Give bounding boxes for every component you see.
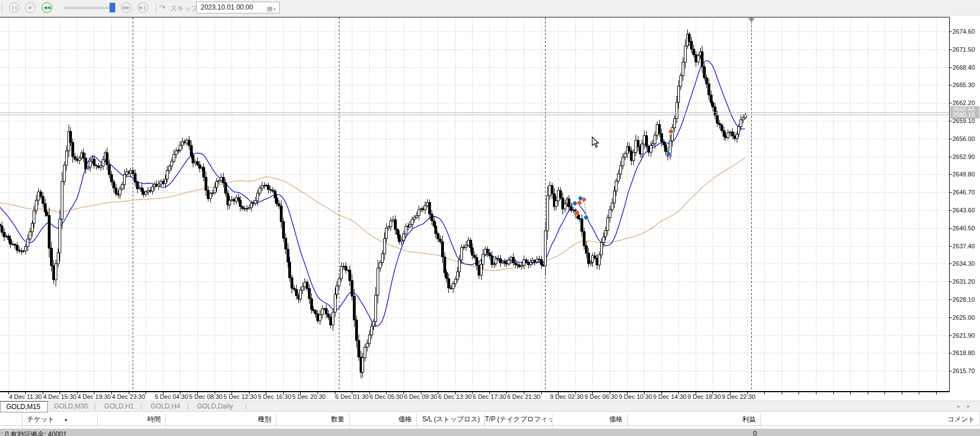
price-axis-label: 2665.30 [952, 81, 975, 88]
time-axis-label: 4 Dec 11:30 [9, 393, 42, 400]
header-cell-8[interactable]: 価格 [552, 413, 628, 426]
price-axis-tick [950, 85, 952, 85]
price-axis-tick [950, 264, 952, 264]
header-cell-7[interactable]: T/P (テイクプロフィット) [485, 413, 552, 426]
candlestick-chart-canvas[interactable] [0, 17, 950, 392]
time-axis-label: 6 Dec 05:30 [370, 393, 403, 400]
time-axis-label: 5 Dec 08:30 [189, 393, 223, 400]
time-axis-tick [833, 392, 834, 394]
start-date-input[interactable]: 2023.10.01 00:00 ▦▼ [196, 2, 280, 13]
price-axis-tick [950, 317, 952, 318]
header-cell-2[interactable]: 時間 [98, 413, 166, 426]
tab-separator: | [245, 403, 247, 410]
header-cell-10[interactable]: コメント [761, 413, 980, 426]
pause-icon[interactable]: ❙❙ [9, 2, 20, 13]
price-axis-label: 2671.50 [952, 46, 975, 53]
price-axis-label: 2662.20 [952, 99, 975, 106]
tab-gold-daily[interactable]: GOLD,Daily [197, 402, 233, 410]
header-cell-4[interactable]: 数量 [276, 413, 350, 426]
header-cell-6[interactable]: S/L (ストップロス) [417, 413, 485, 426]
time-axis-label: 4 Dec 15:30 [43, 393, 76, 400]
rewind-icon[interactable]: ◀◀ [42, 2, 52, 13]
speed-slider-handle[interactable] [110, 3, 115, 12]
tab-gold-m30[interactable]: GOLD,M30 [54, 402, 88, 410]
price-axis[interactable]: 2660.56 2660.16 2674.602671.502668.40266… [950, 17, 980, 392]
time-axis-line [0, 392, 950, 392]
tab-separator: | [140, 403, 142, 410]
header-cell-9[interactable]: 利益 [628, 413, 761, 426]
price-axis-label: 2640.50 [952, 225, 975, 231]
price-axis-label: 2637.40 [952, 243, 975, 249]
header-cell-5[interactable]: 価格 [350, 413, 417, 426]
price-axis-tick [950, 210, 952, 211]
price-axis-tick [950, 49, 952, 50]
price-axis-label: 2668.40 [952, 64, 975, 71]
calendar-dropdown-icon[interactable]: ▦▼ [267, 3, 276, 15]
header-cell-0[interactable] [0, 413, 22, 426]
tab-scroll-arrows[interactable]: ◂ ▸ [956, 403, 973, 409]
time-axis-label: 6 Dec 17:30 [473, 393, 506, 400]
tab-gold-h4[interactable]: GOLD,H4 [151, 402, 180, 410]
toolbar-divider [2, 3, 2, 12]
fast-forward-icon[interactable]: ▶▶ [121, 2, 131, 13]
time-axis-label: 9 Dec 22:30 [722, 393, 755, 400]
time-axis-tick [541, 392, 542, 394]
price-axis-label: 2652.90 [952, 153, 975, 160]
time-axis-label: 5 Dec 04:30 [155, 393, 188, 400]
speed-slider-track[interactable] [65, 7, 113, 9]
price-axis-label: 2643.60 [952, 207, 975, 214]
time-axis-tick [902, 392, 902, 394]
price-axis-tick [950, 246, 952, 247]
time-axis-label: 5 Dec 20:30 [292, 393, 325, 400]
time-axis-tick [850, 392, 851, 394]
start-date-value: 2023.10.01 00:00 [201, 3, 253, 11]
time-axis-tick [782, 392, 782, 394]
price-axis-label: 2649.80 [952, 171, 975, 178]
time-axis-label: 9 Dec 06:30 [584, 393, 618, 400]
time-axis-label: 6 Dec 01:30 [335, 393, 369, 400]
time-axis-tick [868, 392, 868, 394]
time-axis-label: 5 Dec 16:30 [258, 393, 291, 400]
skip-to-end-icon[interactable]: ▶❙ [138, 2, 148, 13]
header-cell-1[interactable]: チケット▲ [22, 413, 98, 426]
chart-tabs-bar: GOLD,M15 ◂ ▸ GOLD,M30|GOLD,H1|GOLD,H4|GO… [0, 401, 980, 412]
price-axis-tick [950, 371, 952, 371]
price-axis-label: 2656.00 [952, 135, 975, 142]
tab-gold-h1[interactable]: GOLD,H1 [105, 402, 134, 410]
chart-area: 2660.56 2660.16 2674.602671.502668.40266… [0, 17, 980, 392]
price-axis-label: 2615.70 [952, 367, 975, 374]
price-axis-tick [950, 31, 952, 32]
price-axis-tick [950, 67, 952, 68]
mouse-cursor [592, 137, 600, 148]
trade-table-header: チケット▲時間種別数量価格S/L (ストップロス)T/P (テイクプロフィット)… [0, 413, 980, 426]
price-axis-label: 2659.10 [952, 117, 975, 124]
price-axis-label: 2631.20 [952, 278, 975, 285]
tab-gold-m15[interactable]: GOLD,M15 [0, 401, 48, 412]
price-axis-tick [950, 157, 952, 157]
skip-redo-icon: ↷ [159, 3, 169, 12]
price-axis-tick [950, 121, 952, 121]
time-axis-tick [816, 392, 816, 394]
price-axis-tick [950, 353, 952, 353]
playback-toolbar: ❙❙ ■ ◀◀ ▶▶ ▶❙ ↷ スキップ 2023.10.01 00:00 ▦▼ [0, 0, 980, 16]
price-axis-label: 2618.80 [952, 349, 975, 356]
price-axis-tick [950, 139, 952, 139]
time-axis-tick [936, 392, 937, 394]
time-axis-tick [884, 392, 885, 394]
skip-label: スキップ [170, 4, 198, 13]
price-axis-label: 2634.30 [952, 260, 975, 267]
price-axis-label: 2628.10 [952, 296, 975, 303]
time-axis-tick [798, 392, 799, 394]
price-axis-tick [950, 192, 952, 193]
stop-icon[interactable]: ■ [25, 2, 35, 13]
time-axis-label: 6 Dec 13:30 [438, 393, 471, 400]
sort-arrow-icon: ▲ [63, 417, 68, 422]
time-axis[interactable]: 07:304 Dec 11:304 Dec 15:304 Dec 19:304 … [0, 392, 980, 401]
time-axis-label: 4 Dec 19:30 [78, 393, 111, 400]
price-axis-tick [950, 281, 952, 282]
mt-tester-window: ❙❙ ■ ◀◀ ▶▶ ▶❙ ↷ スキップ 2023.10.01 00:00 ▦▼… [0, 0, 980, 436]
time-axis-label: 9 Dec 18:30 [688, 393, 721, 400]
time-axis-label: 6 Dec 09:30 [404, 393, 437, 400]
time-axis-tick [764, 392, 765, 394]
header-cell-3[interactable]: 種別 [166, 413, 276, 426]
